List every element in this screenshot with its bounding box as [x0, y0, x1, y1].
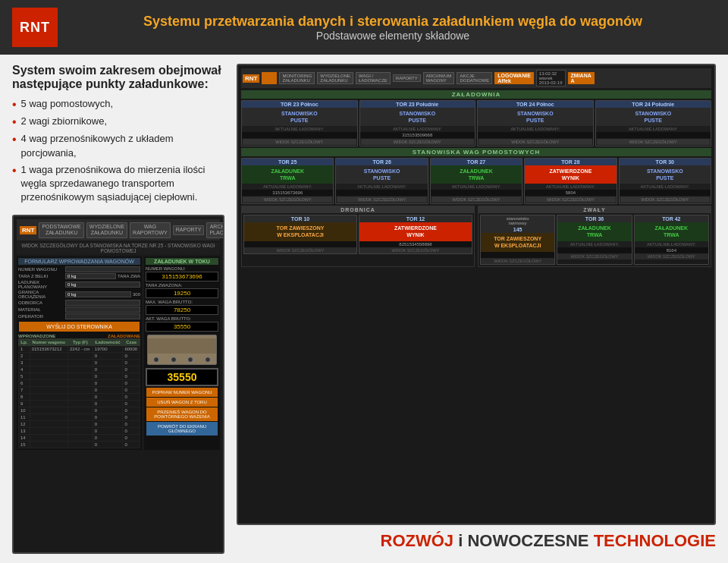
- scada-status-col: ZAŁADUNEK W TOKU NUMER WAGONU: 315153673…: [144, 256, 220, 450]
- field-value[interactable]: 0 kg: [65, 273, 116, 279]
- widok-btn[interactable]: WIDOK SZCZEGÓŁOWY: [359, 247, 472, 253]
- scada-nav-btn[interactable]: WYDZIELONEZAŁADUNKU: [86, 222, 127, 238]
- scada-nav-btn[interactable]: PODSTAWOWEZAŁADUNKU: [39, 222, 83, 238]
- field-value[interactable]: [65, 313, 140, 319]
- widok-btn[interactable]: WIDOK SZCZEGÓŁOWY: [431, 197, 521, 203]
- zaladunek-title: ZAŁADUNEK W TOKU: [146, 258, 218, 265]
- wyslij-button[interactable]: WYŚLIJ DO STEROWNIKA: [19, 322, 140, 332]
- rnt-time: 13:02:32wtorek2013-02-19: [536, 70, 566, 86]
- field-label: TARA Z BELKI: [18, 274, 64, 278]
- header-titles: Systemu przetwarzania danych i sterowani…: [70, 14, 716, 42]
- wagon-wheel: [205, 357, 211, 363]
- tor-27[interactable]: TOR 27 ZAŁADUNEKTRWA AKTUALNIE ŁADOWANY:…: [430, 158, 522, 204]
- header-title-main: Systemu przetwarzania danych i sterowani…: [143, 14, 642, 30]
- table-row: 1000: [19, 407, 140, 414]
- tor-42[interactable]: TOR 42 ZAŁADUNEKTRWA AKTUALNIE ŁADOWANY:…: [634, 215, 709, 264]
- widok-btn[interactable]: WIDOK SZCZEGÓŁOWY: [244, 247, 356, 253]
- big-number-display: 35550: [146, 368, 218, 386]
- right-panel: RNT MONITORINGZAŁADUNKU WYDZIELONEZAŁADU…: [237, 64, 716, 554]
- field-value[interactable]: [65, 266, 140, 272]
- scada-screen-left: RNT PODSTAWOWEZAŁADUNKU WYDZIELONEZAŁADU…: [12, 215, 224, 554]
- table-row: 1400: [19, 435, 140, 442]
- scada-logo: RNT: [20, 226, 36, 234]
- field-label: MATERIAŁ: [18, 307, 64, 312]
- widok-btn[interactable]: WIDOK SZCZEGÓŁOWY: [557, 253, 631, 259]
- rnt-nav-archiwum[interactable]: ARCHIWUMWAGONY: [423, 72, 455, 84]
- field-row: OPERATOR: [18, 313, 140, 319]
- tara-display: 19250: [146, 288, 218, 298]
- tor-10[interactable]: TOR 10 TOR ZAWIESZONYW EKSPLOATACJI WIDO…: [243, 215, 357, 253]
- field-value[interactable]: 0 kg: [65, 291, 131, 297]
- tor-24-poludnie[interactable]: TOR 24 Południe STANOWISKOPUSTE AKTUALNI…: [595, 100, 712, 146]
- section-pomostowe: STANOWISKA WAG POMOSTOWYCH: [241, 148, 711, 156]
- widok-btn[interactable]: WIDOK SZCZEGÓŁOWY: [337, 197, 426, 203]
- left-panel: System swoim zakresem obejmował następuj…: [12, 64, 224, 554]
- rnt-nav-wydzielone[interactable]: WYDZIELONEZAŁADUNKU: [317, 72, 353, 84]
- tor-23-polnoc[interactable]: TOR 23 Północ STANOWISKOPUSTE AKTUALNIE …: [241, 100, 358, 146]
- przenies-btn[interactable]: PRZENIEŚ WAGON DO POWTÓRNEGO WAŻENIA: [146, 407, 218, 421]
- max-brutto-display: 78250: [146, 305, 218, 315]
- popraw-btn[interactable]: POPRAW NUMER WAGONU: [146, 388, 218, 397]
- tor-24-polnoc[interactable]: TOR 24 Północ STANOWISKOPUSTE AKTUALNIE …: [477, 100, 594, 146]
- powrot-btn[interactable]: POWRÓT DO EKRANU GŁÓWNEGO: [146, 422, 218, 436]
- widok-btn[interactable]: WIDOK SZCZEGÓŁOWY: [243, 197, 332, 203]
- rnt-logo: RNT: [243, 74, 259, 83]
- tor-25[interactable]: TOR 25 ZAŁADUNEKTRWA AKTUALNIE ŁADOWANY:…: [241, 158, 334, 204]
- widok-btn[interactable]: WIDOK SZCZEGÓŁOWY: [243, 139, 356, 145]
- footer-brand: ROZWÓJ i NOWOCZESNE TECHNOLOGIE: [381, 531, 716, 550]
- scada-nav-btn[interactable]: RAPORTY: [173, 225, 205, 234]
- field-value[interactable]: [65, 300, 140, 306]
- rnt-login[interactable]: LOGOWANIEAffek: [494, 72, 534, 84]
- tor-36[interactable]: TOR 36 ZAŁADUNEKTRWA AKTUALNIE ŁADOWANY:…: [557, 215, 632, 264]
- rnt-nav-monitoring[interactable]: MONITORINGZAŁADUNKU: [279, 72, 315, 84]
- tor-28[interactable]: TOR 28 ZATWIERDZONEWYNIK AKTUALNIE ŁADOW…: [524, 158, 617, 204]
- rnt-nav-wagi[interactable]: WAGI /ŁADOWACZE: [356, 72, 391, 84]
- widok-btn[interactable]: WIDOK SZCZEGÓŁOWY: [620, 197, 710, 203]
- field-label: GRANICA OBCIĄŻENIA: [18, 290, 64, 299]
- header: RNT Systemu przetwarzania danych i stero…: [0, 0, 728, 55]
- brand-nowoczesne: i NOWOCZESNE: [458, 531, 593, 550]
- wagon-wheel: [187, 357, 193, 363]
- zaladownia-grid: TOR 23 Północ STANOWISKOPUSTE AKTUALNIE …: [241, 100, 711, 146]
- bottom-sections: DROBNICA TOR 10 TOR ZAWIESZONYW EKSPLOAT…: [241, 206, 711, 266]
- zwaly-section: ZWAŁY stanowiskotaśmowy 145 TOR ZAWIESZO…: [478, 206, 711, 266]
- tor-12[interactable]: TOR 12 ZATWIERDZONEWYNIK 8251534558898 W…: [359, 215, 472, 253]
- bullet-list: 5 wag pomostowych, 2 wagi zbiornikowe, 4…: [12, 97, 224, 207]
- tor-26[interactable]: TOR 26 STANOWISKOPUSTE AKTUALNIE ŁADOWAN…: [335, 158, 428, 204]
- table-row: 1300: [19, 428, 140, 435]
- pomostowe-grid: TOR 25 ZAŁADUNEKTRWA AKTUALNIE ŁADOWANY:…: [241, 158, 711, 204]
- tor-30[interactable]: TOR 30 STANOWISKOPUSTE AKTUALNIE ŁADOWAN…: [619, 158, 711, 204]
- field-label: ŁADUNEK PLANOWANY: [18, 280, 64, 289]
- widok-btn[interactable]: WIDOK SZCZEGÓŁOWY: [481, 258, 554, 264]
- wyslij-btn[interactable]: WYŚLIJ DO STEROWNIKA: [18, 322, 140, 332]
- scada-form-col: FORMULARZ WPROWADZANIA WAGONÓW NUMER WAG…: [17, 256, 142, 450]
- brand-technologie: TECHNOLOGIE: [594, 531, 716, 550]
- widok-btn[interactable]: WIDOK SZCZEGÓŁOWY: [526, 197, 615, 203]
- tor-23-poludnie[interactable]: TOR 23 Południe STANOWISKOPUSTE AKTUALNI…: [359, 100, 476, 146]
- tor-145[interactable]: stanowiskotaśmowy 145 TOR ZAWIESZONYW EK…: [480, 215, 555, 264]
- scada-topbar: RNT PODSTAWOWEZAŁADUNKU WYDZIELONEZAŁADU…: [17, 219, 220, 241]
- field-label: OPERATOR: [18, 314, 64, 319]
- field-label: NUMER WAGONU: [18, 267, 64, 272]
- logo-text: RNT: [20, 20, 50, 36]
- widok-btn[interactable]: WIDOK SZCZEGÓŁOWY: [361, 139, 475, 145]
- widok-btn[interactable]: WIDOK SZCZEGÓŁOWY: [597, 139, 711, 145]
- scada-nav-btn[interactable]: ARCHIWUMPLAC/ZONY: [206, 222, 224, 238]
- usun-btn[interactable]: USUŃ WAGON Z TORU: [146, 398, 218, 407]
- table-row: 500: [19, 373, 140, 380]
- field-row: TARA Z BELKI 0 kg TARA ZWA: [18, 273, 140, 279]
- wagon-illustration: [147, 335, 217, 365]
- rnt-nav-raporty[interactable]: RAPORTY: [393, 74, 421, 82]
- list-item: 5 wag pomostowych,: [12, 97, 224, 112]
- field-label: ODBIORCA: [18, 300, 64, 305]
- widok-btn[interactable]: WIDOK SZCZEGÓŁOWY: [635, 253, 708, 259]
- field-value[interactable]: 0 kg: [65, 282, 140, 288]
- table-row: 800: [19, 394, 140, 401]
- zwaly-grid: stanowiskotaśmowy 145 TOR ZAWIESZONYW EK…: [479, 213, 711, 266]
- rnt-nav-akcje[interactable]: AKCJEDODATKOWE: [457, 72, 492, 84]
- widok-btn[interactable]: WIDOK SZCZEGÓŁOWY: [479, 139, 592, 145]
- scada-form-title: FORMULARZ WPROWADZANIA WAGONÓW: [18, 258, 140, 265]
- drobnica-section: DROBNICA TOR 10 TOR ZAWIESZONYW EKSPLOAT…: [241, 206, 475, 266]
- field-value[interactable]: [65, 307, 140, 313]
- scada-nav-btn[interactable]: WAGRAPORTOWY: [130, 222, 171, 238]
